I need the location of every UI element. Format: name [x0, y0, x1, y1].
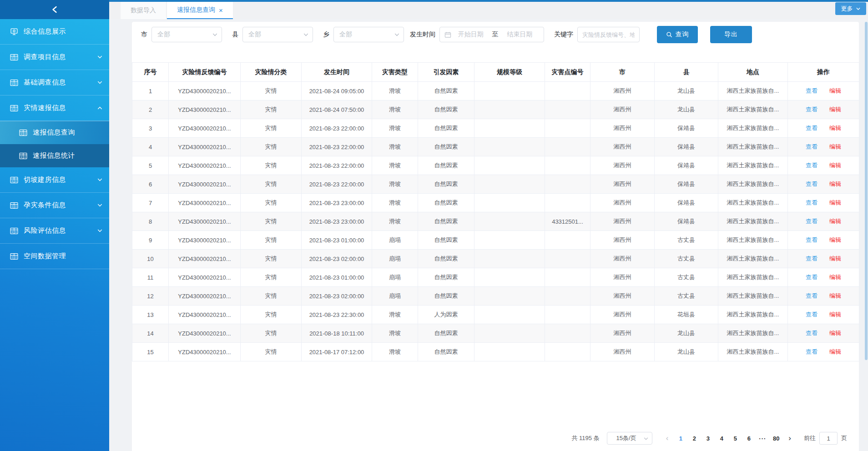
table-cell: [545, 82, 590, 100]
table-cell-actions: 查看编辑: [788, 175, 859, 194]
view-link[interactable]: 查看: [806, 274, 818, 281]
view-link[interactable]: 查看: [806, 199, 818, 206]
tab[interactable]: 数据导入: [121, 2, 166, 19]
view-link[interactable]: 查看: [806, 87, 818, 94]
edit-link[interactable]: 编辑: [829, 218, 841, 225]
table-row: 11YZD43000020210...灾情2021-08-23 01:00:00…: [132, 268, 859, 287]
chevron-down-icon: [97, 54, 103, 60]
table-cell: 2021-08-23 01:00:00: [302, 268, 372, 287]
edit-link[interactable]: 编辑: [829, 106, 841, 113]
edit-link[interactable]: 编辑: [829, 330, 841, 336]
page-number[interactable]: 80: [769, 435, 783, 442]
keyword-input[interactable]: [577, 27, 640, 42]
view-link[interactable]: 查看: [806, 311, 818, 318]
page-number[interactable]: 6: [742, 435, 756, 442]
view-link[interactable]: 查看: [806, 218, 818, 225]
sidebar-item[interactable]: 基础调查信息: [0, 70, 109, 95]
edit-link[interactable]: 编辑: [829, 143, 841, 150]
prev-page-button[interactable]: ‹: [661, 434, 674, 443]
search-button[interactable]: 查询: [657, 26, 698, 43]
table-cell: [545, 306, 590, 324]
table-cell: 灾情: [241, 287, 302, 306]
more-button-label: 更多: [841, 5, 853, 13]
table-cell-actions: 查看编辑: [788, 231, 859, 250]
sidebar-item[interactable]: 灾情速报信息: [0, 95, 109, 121]
table-cell-actions: 查看编辑: [788, 250, 859, 268]
edit-link[interactable]: 编辑: [829, 236, 841, 243]
sidebar-item[interactable]: 空间数据管理: [0, 244, 109, 269]
chevron-down-icon: [97, 80, 103, 85]
table-cell: 7: [132, 194, 169, 212]
view-link[interactable]: 查看: [806, 143, 818, 150]
column-header: 县: [655, 63, 718, 82]
table-cell: 湘西州: [590, 100, 655, 119]
sidebar-subitem[interactable]: 速报信息统计: [0, 144, 109, 167]
tab[interactable]: 速报信息查询×: [167, 2, 233, 19]
table-cell: 43312501...: [545, 212, 590, 231]
page-number[interactable]: 5: [728, 435, 742, 442]
table-icon: [10, 227, 18, 235]
goto-page-input[interactable]: [819, 432, 838, 445]
view-link[interactable]: 查看: [806, 106, 818, 113]
city-select[interactable]: 全部: [151, 27, 222, 42]
sidebar-item[interactable]: 综合信息展示: [0, 19, 109, 45]
table-cell: 灾情: [241, 212, 302, 231]
export-button[interactable]: 导出: [710, 26, 752, 43]
edit-link[interactable]: 编辑: [829, 348, 841, 355]
view-link[interactable]: 查看: [806, 330, 818, 336]
county-select[interactable]: 全部: [242, 27, 313, 42]
table-cell-actions: 查看编辑: [788, 287, 859, 306]
page-number[interactable]: 3: [701, 435, 715, 442]
table-cell: 2021-08-24 07:50:00: [302, 100, 372, 119]
edit-link[interactable]: 编辑: [829, 255, 841, 262]
view-link[interactable]: 查看: [806, 162, 818, 169]
table-cell: 湘西州: [590, 175, 655, 194]
close-icon[interactable]: ×: [219, 7, 223, 14]
sidebar-item-label: 空间数据管理: [24, 252, 103, 261]
sidebar-item[interactable]: 孕灾条件信息: [0, 193, 109, 218]
town-select[interactable]: 全部: [333, 27, 404, 42]
table-icon: [10, 79, 18, 86]
table-cell: 2021-08-23 01:00:00: [302, 231, 372, 250]
view-link[interactable]: 查看: [806, 125, 818, 131]
view-link[interactable]: 查看: [806, 292, 818, 299]
view-link[interactable]: 查看: [806, 348, 818, 355]
town-select-value: 全部: [339, 30, 352, 39]
table-cell: 古丈县: [655, 231, 718, 250]
view-link[interactable]: 查看: [806, 255, 818, 262]
more-button[interactable]: 更多: [835, 2, 866, 15]
table-cell: 湘西州: [590, 287, 655, 306]
edit-link[interactable]: 编辑: [829, 199, 841, 206]
edit-link[interactable]: 编辑: [829, 180, 841, 187]
edit-link[interactable]: 编辑: [829, 292, 841, 299]
edit-link[interactable]: 编辑: [829, 311, 841, 318]
sidebar-item[interactable]: 风险评估信息: [0, 218, 109, 244]
view-link[interactable]: 查看: [806, 236, 818, 243]
table-row: 2YZD43000020210...灾情2021-08-24 07:50:00滑…: [132, 100, 859, 119]
page-number[interactable]: 2: [687, 435, 701, 442]
date-range-picker[interactable]: 开始日期 至 结束日期: [439, 27, 544, 42]
page-number[interactable]: 4: [715, 435, 728, 442]
edit-link[interactable]: 编辑: [829, 87, 841, 94]
edit-link[interactable]: 编辑: [829, 162, 841, 169]
scrollbar-thumb[interactable]: [865, 22, 868, 360]
table-cell: 4: [132, 138, 169, 156]
sidebar-item-label: 综合信息展示: [24, 27, 103, 36]
sidebar-item[interactable]: 切坡建房信息: [0, 167, 109, 193]
table-icon: [10, 54, 18, 61]
sidebar-item-label: 风险评估信息: [24, 226, 97, 235]
total-count: 共 1195 条: [571, 434, 599, 442]
edit-link[interactable]: 编辑: [829, 125, 841, 131]
table-cell: 自然因素: [418, 287, 474, 306]
sidebar-item-label: 切坡建房信息: [24, 175, 97, 184]
column-header: 地点: [718, 63, 788, 82]
sidebar-item[interactable]: 调查项目信息: [0, 45, 109, 70]
edit-link[interactable]: 编辑: [829, 274, 841, 281]
sidebar-collapse-button[interactable]: [0, 0, 109, 19]
next-page-button[interactable]: ›: [783, 434, 797, 443]
view-link[interactable]: 查看: [806, 180, 818, 187]
table-cell: 湘西土家族苗族自...: [718, 82, 788, 100]
sidebar-subitem[interactable]: 速报信息查询: [0, 121, 109, 144]
page-size-select[interactable]: 15条/页: [607, 432, 652, 445]
page-number[interactable]: 1: [674, 435, 687, 442]
